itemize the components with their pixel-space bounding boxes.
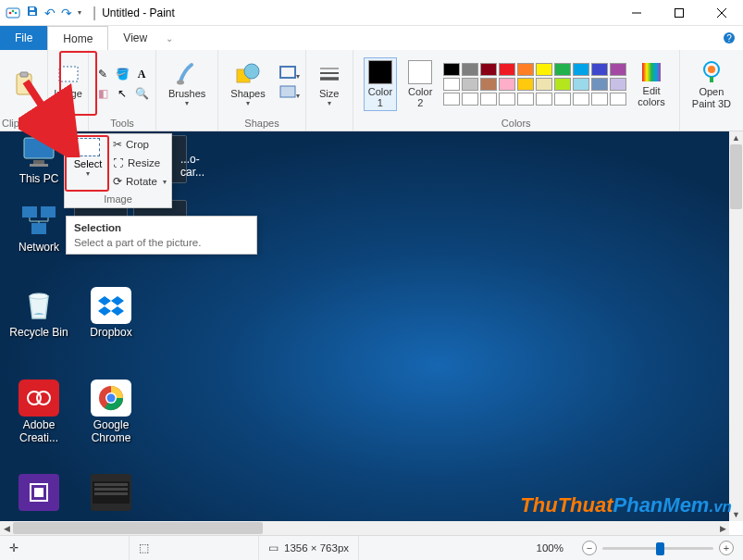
color-swatch[interactable]: [536, 78, 552, 91]
desktop-icon-network[interactable]: Network: [4, 202, 74, 254]
color2-button[interactable]: Color 2: [404, 58, 436, 110]
svg-rect-31: [22, 206, 37, 218]
brushes-button[interactable]: Brushes ▾: [162, 56, 212, 112]
qat-save-icon[interactable]: [26, 5, 39, 21]
zoom-slider[interactable]: − +: [573, 541, 743, 555]
minimize-button[interactable]: [615, 0, 658, 26]
qat-undo-icon[interactable]: ↶: [44, 6, 56, 20]
size-button[interactable]: Size ▾: [312, 56, 347, 112]
desktop-icon-chrome[interactable]: Google Chrome: [76, 380, 146, 444]
color-swatch[interactable]: [443, 93, 460, 106]
scroll-thumb[interactable]: [13, 522, 263, 534]
desktop-icon-adobe[interactable]: Adobe Creati...: [4, 380, 74, 444]
qat-customize-icon[interactable]: ▾: [78, 8, 81, 17]
desktop-icon-recyclebin[interactable]: Recycle Bin: [4, 287, 74, 339]
rotate-item[interactable]: ⟳Rotate▾: [113, 173, 169, 190]
clipboard-icon: [13, 70, 35, 98]
horizontal-scrollbar[interactable]: ◀ ▶: [0, 521, 729, 535]
group-clipboard: Clipboard: [0, 50, 48, 131]
outline-icon[interactable]: ▾: [279, 66, 300, 82]
color-swatch[interactable]: [480, 93, 497, 106]
zoom-thumb[interactable]: [656, 542, 664, 555]
group-label: Clipboard: [2, 116, 45, 131]
scroll-thumb[interactable]: [730, 144, 742, 209]
tools-grid: ✎ 🪣 A ◧ ↖ 🔍: [94, 66, 150, 102]
color-swatch[interactable]: [554, 78, 571, 91]
svg-rect-44: [94, 488, 128, 491]
close-button[interactable]: [700, 0, 743, 26]
tab-file[interactable]: File: [0, 26, 47, 50]
color-swatch[interactable]: [499, 78, 515, 91]
fill-icon[interactable]: ▾: [279, 85, 300, 102]
color1-button[interactable]: Color 1: [364, 57, 397, 111]
color-swatch[interactable]: [517, 63, 534, 76]
svg-rect-19: [280, 86, 295, 97]
svg-point-17: [244, 64, 259, 79]
maximize-button[interactable]: [658, 0, 700, 26]
scroll-up-icon[interactable]: ▲: [729, 131, 743, 144]
color-swatch[interactable]: [462, 63, 478, 76]
scroll-right-icon[interactable]: ▶: [716, 521, 729, 535]
tab-view[interactable]: View: [108, 26, 162, 50]
shapes-button[interactable]: Shapes ▾: [224, 56, 271, 112]
desktop-icon-app2[interactable]: [76, 474, 146, 513]
color-swatch[interactable]: [610, 63, 626, 76]
eraser-tool-icon[interactable]: ◧: [94, 85, 111, 102]
color-swatch[interactable]: [573, 63, 589, 76]
color-swatch[interactable]: [554, 63, 571, 76]
color-swatch[interactable]: [536, 63, 552, 76]
color-swatches: [443, 63, 626, 106]
zoom-in-button[interactable]: +: [719, 541, 734, 555]
color-swatch[interactable]: [573, 93, 589, 106]
magnifier-tool-icon[interactable]: 🔍: [133, 85, 150, 102]
scroll-left-icon[interactable]: ◀: [0, 521, 13, 535]
tab-home[interactable]: Home: [47, 26, 108, 50]
svg-rect-29: [33, 160, 44, 164]
color-swatch[interactable]: [480, 78, 497, 91]
desktop-icon-app1[interactable]: [4, 474, 74, 513]
color-swatch[interactable]: [499, 63, 515, 76]
desktop-icon-dropbox[interactable]: Dropbox: [76, 287, 146, 339]
edit-colors-button[interactable]: Edit colors: [634, 59, 668, 109]
color-swatch[interactable]: [517, 93, 534, 106]
picker-tool-icon[interactable]: ↖: [114, 85, 130, 102]
text-tool-icon[interactable]: A: [133, 66, 150, 82]
color-swatch[interactable]: [591, 63, 608, 76]
color-swatch[interactable]: [610, 93, 626, 106]
paste-button[interactable]: [6, 67, 42, 102]
color-swatch[interactable]: [536, 93, 552, 106]
brushes-label: Brushes: [168, 88, 205, 100]
open-paint3d-button[interactable]: Open Paint 3D: [686, 55, 737, 113]
color-swatch[interactable]: [517, 78, 534, 91]
paint3d-label: Open Paint 3D: [692, 86, 731, 109]
qat-redo-icon[interactable]: ↷: [61, 6, 72, 20]
color-swatch[interactable]: [591, 78, 608, 91]
ribbon-minimize-icon[interactable]: ⌄: [162, 26, 177, 50]
color-swatch[interactable]: [554, 93, 571, 106]
group-label: Tools: [110, 116, 134, 131]
color-swatch[interactable]: [499, 93, 515, 106]
vertical-scrollbar[interactable]: ▲ ▼: [729, 131, 743, 521]
zoom-out-button[interactable]: −: [582, 541, 597, 555]
select-button[interactable]: Select ▾: [65, 134, 111, 192]
color-swatch[interactable]: [462, 93, 478, 106]
scroll-down-icon[interactable]: ▼: [729, 508, 743, 521]
chevron-down-icon: ▾: [67, 99, 70, 107]
color-swatch[interactable]: [443, 63, 460, 76]
color-swatch[interactable]: [443, 78, 460, 91]
icon-label: Google Chrome: [76, 418, 146, 444]
group-paint3d: Open Paint 3D .: [680, 50, 743, 131]
pencil-tool-icon[interactable]: ✎: [94, 66, 111, 82]
color-swatch[interactable]: [480, 63, 497, 76]
color-swatch[interactable]: [610, 78, 626, 91]
color-swatch[interactable]: [591, 93, 608, 106]
crop-item[interactable]: ✂Crop: [113, 136, 169, 153]
color-swatch[interactable]: [462, 78, 478, 91]
fill-tool-icon[interactable]: 🪣: [114, 66, 130, 82]
image-button[interactable]: Image ▾: [47, 56, 89, 112]
svg-rect-4: [30, 7, 34, 10]
resize-item[interactable]: ⛶Resize: [113, 155, 169, 171]
zoom-track[interactable]: [602, 547, 713, 550]
help-button[interactable]: ?: [715, 26, 743, 50]
color-swatch[interactable]: [573, 78, 589, 91]
